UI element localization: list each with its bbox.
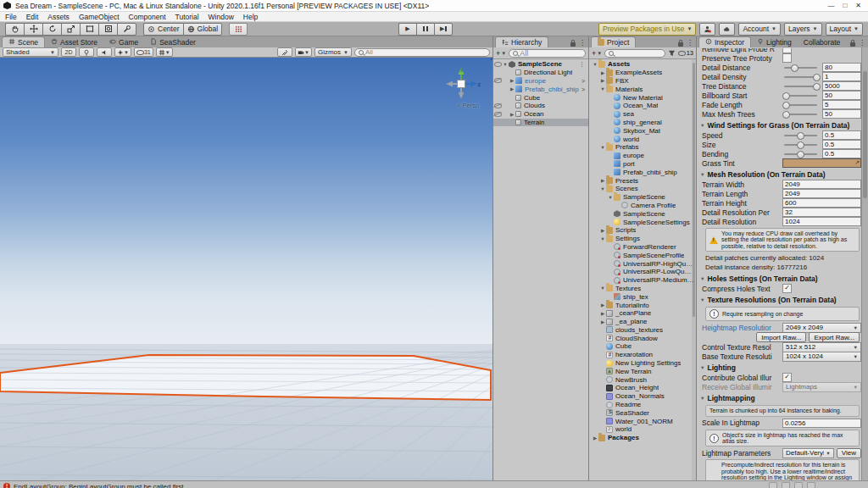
hierarchy-item-terrain[interactable]: Terrain bbox=[493, 119, 588, 127]
rect-tool[interactable] bbox=[80, 23, 98, 36]
project-item-new-material[interactable]: New Material bbox=[589, 93, 696, 102]
menu-component[interactable]: Component bbox=[129, 13, 166, 21]
gizmos-dropdown[interactable]: Gizmos▼ bbox=[314, 47, 352, 57]
collab-button[interactable] bbox=[699, 23, 715, 36]
project-item-new-lighting-settings[interactable]: New Lighting Settings bbox=[589, 359, 696, 368]
scene-visibility-toggle[interactable]: 31 bbox=[134, 47, 153, 57]
project-item-universalrp-mediumquality[interactable]: UniversalRP-MediumQuality bbox=[589, 276, 696, 285]
prefab-open-arrow[interactable]: > bbox=[581, 86, 587, 92]
project-item-exampleassets[interactable]: ▶ExampleAssets bbox=[589, 69, 696, 77]
project-item-samplescene[interactable]: SampleScene bbox=[589, 209, 696, 218]
layers-dropdown[interactable]: Layers▼ bbox=[784, 23, 821, 36]
project-item-settings[interactable]: ▼Settings bbox=[589, 235, 696, 243]
project-item-scripts[interactable]: ▶Scripts bbox=[589, 226, 696, 235]
section-lighting[interactable]: ▼Lighting bbox=[697, 363, 861, 373]
button-import-raw[interactable]: Import Raw... bbox=[756, 332, 806, 342]
lock-icon[interactable] bbox=[678, 42, 683, 47]
project-item-prefab-chibi-ship[interactable]: Prefab_chibi_ship bbox=[589, 168, 696, 176]
slider-tree-distance[interactable] bbox=[784, 86, 817, 87]
hidden-packages-toggle[interactable]: 13 bbox=[678, 49, 693, 57]
maximize-button[interactable]: □ bbox=[843, 2, 847, 9]
expander-icon[interactable]: ▼ bbox=[599, 236, 606, 241]
status-bar[interactable]: ! EndLayoutGroup: BeginLayoutGroup must … bbox=[0, 480, 868, 488]
project-item-cube[interactable]: Cube bbox=[589, 342, 696, 351]
play-button[interactable]: ▶ bbox=[398, 23, 416, 36]
expander-icon[interactable]: ▶ bbox=[599, 319, 606, 324]
scene-tools-button[interactable] bbox=[277, 47, 292, 57]
slider-knob[interactable] bbox=[782, 92, 790, 100]
expander-icon[interactable]: ▼ bbox=[599, 145, 606, 150]
hierarchy-item-samplescene[interactable]: ▼SampleScene⋮ bbox=[493, 60, 588, 69]
expander-icon[interactable]: ▼ bbox=[599, 186, 606, 191]
cloud-button[interactable] bbox=[719, 23, 735, 36]
project-item-sea[interactable]: sea bbox=[589, 110, 696, 119]
statusbar-icon-1[interactable] bbox=[769, 482, 777, 488]
scene-viewport[interactable]: y z < Persp bbox=[0, 58, 492, 480]
grid-snap-toggle[interactable] bbox=[229, 23, 248, 36]
hierarchy-item-directional-light[interactable]: Directional Light bbox=[493, 69, 588, 77]
inspector-scrollbar[interactable] bbox=[861, 47, 868, 480]
slider-max-mesh-trees[interactable] bbox=[784, 114, 817, 115]
slider-detail-distance[interactable] bbox=[784, 67, 817, 69]
checkbox-contribute-global-illur[interactable]: ✓ bbox=[782, 373, 792, 382]
input-terrain-width[interactable]: 2049 bbox=[782, 180, 861, 189]
eye-slash-icon[interactable] bbox=[494, 103, 502, 108]
pivot-toggle-button[interactable]: Center bbox=[143, 23, 183, 36]
project-item-port[interactable]: port bbox=[589, 160, 696, 169]
perspective-label[interactable]: < Persp bbox=[457, 102, 479, 109]
input-terrain-height[interactable]: 600 bbox=[782, 198, 861, 208]
foldout-icon[interactable]: ▼ bbox=[700, 365, 704, 370]
project-item-tutorialinfo[interactable]: ▶TutorialInfo bbox=[589, 301, 696, 309]
input-terrain-length[interactable]: 2049 bbox=[782, 189, 861, 198]
expander-icon[interactable]: ▶ bbox=[509, 86, 515, 92]
statusbar-icon-2[interactable] bbox=[782, 482, 790, 488]
kebab-menu-icon[interactable]: ⋮ bbox=[579, 61, 587, 68]
project-item-clouds-textures[interactable]: clouds_textures bbox=[589, 326, 696, 335]
input-scale-in-lightmap[interactable]: 0.0256 bbox=[782, 419, 861, 428]
value-tree-distance[interactable]: 5000 bbox=[822, 81, 861, 91]
project-item-fbx[interactable]: ▶FBX bbox=[589, 77, 696, 86]
value-bending[interactable]: 0.5 bbox=[822, 149, 861, 158]
slider-knob[interactable] bbox=[797, 151, 804, 158]
step-button[interactable]: ▶ bbox=[434, 23, 453, 36]
create-button[interactable]: +▼ bbox=[592, 49, 602, 58]
dropdown-base-texture-resoluti[interactable]: 1024 x 1024▼ bbox=[782, 352, 861, 362]
section-texture-resolutions-on-terrain-data[interactable]: ▼Texture Resolutions (On Terrain Data) bbox=[697, 295, 861, 305]
eye-icon[interactable] bbox=[494, 62, 502, 67]
draw-mode-dropdown[interactable]: Shaded▼ bbox=[3, 47, 58, 57]
value-size[interactable]: 0.5 bbox=[822, 140, 861, 149]
slider-knob[interactable] bbox=[813, 83, 821, 91]
input-detail-resolution-per[interactable]: 32 bbox=[782, 208, 861, 217]
project-item-materials[interactable]: ▼Materials bbox=[589, 85, 696, 93]
expander-icon[interactable]: ▼ bbox=[592, 62, 598, 67]
menu-tutorial[interactable]: Tutorial bbox=[175, 13, 199, 21]
project-item-prefabs[interactable]: ▼Prefabs bbox=[589, 143, 696, 152]
expander-icon[interactable]: ▶ bbox=[599, 78, 606, 83]
menu-assets[interactable]: Assets bbox=[47, 13, 70, 21]
menu-edit[interactable]: Edit bbox=[26, 13, 39, 21]
value-speed[interactable]: 0.5 bbox=[822, 130, 861, 140]
project-item-samplescenesettings[interactable]: SampleSceneSettings bbox=[589, 218, 696, 226]
scene-search-input[interactable]: All bbox=[354, 48, 490, 57]
space-toggle-button[interactable]: Global bbox=[183, 23, 223, 36]
project-item-ceanplane[interactable]: ▶_ceanPlane bbox=[589, 309, 696, 318]
button-export-raw[interactable]: Export Raw... bbox=[809, 332, 860, 342]
section-wind-settings-for-grass-on-terrain-data[interactable]: ▼Wind Settings for Grass (On Terrain Dat… bbox=[697, 120, 861, 130]
project-item-ship-tex[interactable]: ship_tex bbox=[589, 292, 696, 301]
tab-seashader[interactable]: SeaShader bbox=[144, 37, 202, 47]
visibility-gutter[interactable] bbox=[493, 62, 502, 67]
slider-knob[interactable] bbox=[797, 132, 804, 140]
expander-icon[interactable]: ▼ bbox=[502, 62, 509, 67]
tab-lighting[interactable]: Lighting bbox=[751, 37, 798, 47]
hierarchy-item-ocean[interactable]: ▶Ocean bbox=[493, 110, 588, 119]
move-tool[interactable] bbox=[24, 23, 42, 36]
project-item-water-001-norm[interactable]: Water_001_NORM bbox=[589, 417, 696, 425]
project-item-newbrush[interactable]: NewBrush bbox=[589, 375, 696, 384]
slider-detail-density[interactable] bbox=[784, 76, 817, 78]
eyedropper-icon[interactable]: ↗ bbox=[854, 159, 860, 166]
value-detail-distance[interactable]: 80 bbox=[822, 63, 861, 72]
project-item-ocean-height[interactable]: Ocean_Height bbox=[589, 384, 696, 392]
foldout-icon[interactable]: ▼ bbox=[700, 123, 704, 128]
rotate-tool[interactable] bbox=[42, 23, 61, 36]
color-swatch-grass-tint[interactable]: ↗ bbox=[782, 158, 861, 168]
